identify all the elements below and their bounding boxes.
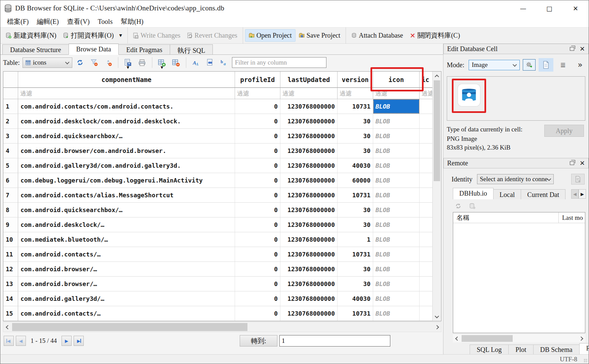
mode-select[interactable]: Image [469,60,520,70]
header-profileId[interactable]: profileId [235,72,280,87]
row-number[interactable]: 6 [3,173,18,188]
new-database-button[interactable]: 新建資料庫(N) [2,29,60,42]
cell-lastUpdated[interactable]: 1230768000000 [280,247,338,261]
scroll-left-button[interactable] [3,322,12,332]
cell-version[interactable]: 10731 [338,188,373,202]
float-panel-icon[interactable] [570,47,574,51]
insert-record-button[interactable]: ▼ [156,56,168,69]
goto-button[interactable]: 轉到: [240,335,277,347]
cell-icon-blob[interactable]: BLOB [373,129,420,143]
cell-extra[interactable] [420,188,432,202]
cell-lastUpdated[interactable]: 1230768000000 [280,217,338,232]
row-number[interactable]: 5 [3,158,18,173]
cell-version[interactable]: 10731 [338,99,373,114]
scroll-down-button[interactable] [433,313,441,321]
cell-lastUpdated[interactable]: 1230768000000 [280,158,338,173]
cell-profileId[interactable]: 0 [235,262,280,276]
tab-sql-log[interactable]: SQL Log [470,345,509,354]
row-number[interactable]: 11 [3,247,18,261]
cell-icon-blob[interactable]: BLOB [373,262,420,276]
cell-lastUpdated[interactable]: 1230768000000 [280,129,338,143]
cell-componentName[interactable]: com.debug.loggerui/com.debug.loggerui.Ma… [18,173,235,188]
refresh-remote-icon[interactable] [455,203,462,209]
cell-version[interactable]: 60000 [338,173,373,188]
vertical-scrollbar[interactable] [432,72,441,321]
cell-version[interactable]: 30 [338,262,373,276]
cell-componentName[interactable]: com.android.quicksearchbox/… [18,129,235,143]
cell-extra[interactable] [420,262,432,276]
cell-extra[interactable] [420,306,432,321]
find-in-table-button[interactable] [204,56,217,69]
identity-select[interactable]: Select an identity to conne [477,174,554,184]
cell-profileId[interactable]: 0 [235,129,280,143]
cell-version[interactable]: 30 [338,114,373,128]
first-page-button[interactable]: ◀ [4,336,14,346]
cell-lastUpdated[interactable]: 1230768000000 [280,262,338,276]
cell-profileId[interactable]: 0 [235,277,280,291]
cell-componentName[interactable]: com.android.browser/… [18,277,235,291]
cell-componentName[interactable]: com.android.contacts/… [18,247,235,261]
next-page-button[interactable]: ▶ [62,336,72,346]
close-database-button[interactable]: ✕ 關閉資料庫(C) [406,29,463,42]
tab-db-schema[interactable]: DB Schema [533,345,580,354]
maximize-button[interactable]: □ [536,0,562,16]
row-number[interactable]: 9 [3,217,18,232]
cell-extra[interactable] [420,173,432,188]
cell-lastUpdated[interactable]: 1230768000000 [280,306,338,321]
last-page-button[interactable]: ▶ [74,336,84,346]
cell-profileId[interactable]: 0 [235,232,280,247]
horizontal-scrollbar[interactable] [3,322,441,332]
cell-extra[interactable] [420,217,432,232]
corner-header[interactable] [3,72,18,87]
word-wrap-button[interactable]: ≣ [556,59,569,71]
menu-file[interactable]: 檔案(F) [3,16,33,27]
open-database-dropdown-arrow[interactable]: ▼ [119,33,122,38]
cell-icon-blob[interactable]: BLOB [373,188,420,202]
cell-componentName[interactable]: com.mediatek.bluetooth/… [18,232,235,247]
open-project-button[interactable]: Open Project [245,29,296,42]
print-button[interactable] [136,56,149,69]
scroll-up-button[interactable] [433,72,441,80]
cell-version[interactable]: 10731 [338,306,373,321]
table-select[interactable]: icons [23,57,72,68]
close-button[interactable]: ✕ [562,0,589,16]
cell-profileId[interactable]: 0 [235,247,280,261]
cell-componentName[interactable]: com.android.gallery3d/… [18,291,235,306]
cell-componentName[interactable]: com.android.contacts/… [18,306,235,321]
cell-componentName[interactable]: com.android.browser/com.android.browser. [18,144,235,158]
remote-list-body[interactable] [453,223,585,333]
save-view-dropdown-arrow[interactable]: ▼ [127,66,129,69]
header-icon[interactable]: icon [373,72,420,87]
cell-icon-blob[interactable]: BLOB [373,173,420,188]
open-database-button[interactable]: 打開資料庫(O) ▼ [60,29,125,42]
cell-extra[interactable] [420,129,432,143]
text-mode-button[interactable] [539,58,553,72]
menu-edit[interactable]: 編輯(E) [33,16,63,27]
tab-browse-data[interactable]: Browse Data [69,44,119,55]
cell-profileId[interactable]: 0 [235,217,280,232]
goto-record-input[interactable] [279,335,390,347]
cell-version[interactable]: 30 [338,277,373,291]
header-componentName[interactable]: componentName [18,72,235,87]
cell-icon-blob[interactable]: BLOB [373,232,420,247]
cell-lastUpdated[interactable]: 1230768000000 [280,173,338,188]
save-view-button[interactable]: ▼ [122,56,134,69]
cell-componentName[interactable]: com.android.gallery3d/com.android.galler… [18,158,235,173]
cell-extra[interactable] [420,291,432,306]
cell-profileId[interactable]: 0 [235,144,280,158]
cell-lastUpdated[interactable]: 1230768000000 [280,203,338,217]
filter-version[interactable]: 過濾 [338,88,373,99]
row-number[interactable]: 12 [3,262,18,276]
more-tools-chevron-icon[interactable]: » [578,60,585,70]
cell-extra[interactable] [420,99,432,114]
close-panel-icon[interactable]: ✕ [580,160,585,166]
row-number[interactable]: 14 [3,291,18,306]
cell-lastUpdated[interactable]: 1230768000000 [280,232,338,247]
tab-execute-sql[interactable]: 執行 SQL [170,44,213,54]
clear-filters-button[interactable] [88,56,101,69]
cell-icon-blob[interactable]: BLOB [373,306,420,321]
row-number[interactable]: 8 [3,203,18,217]
cell-extra[interactable] [420,277,432,291]
row-number[interactable]: 7 [3,188,18,202]
header-version[interactable]: version [338,72,373,87]
